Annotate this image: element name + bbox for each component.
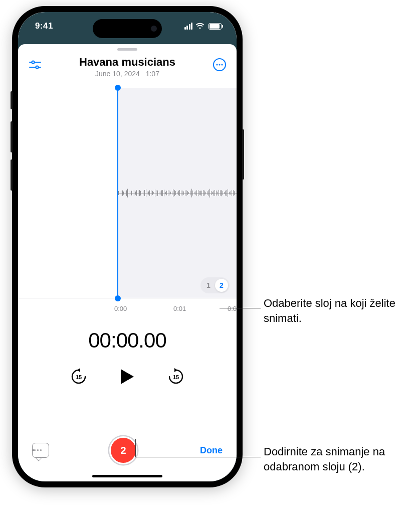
volume-up-button (11, 121, 13, 152)
playback-controls: 15 15 (18, 367, 237, 387)
sheet-grabber[interactable] (117, 48, 137, 51)
more-options-icon[interactable] (213, 58, 227, 72)
skip-back-15-button[interactable]: 15 (70, 368, 87, 385)
power-button (242, 129, 244, 180)
phone-screen: 9:41 (18, 12, 237, 481)
bottom-toolbar: 2 Done (18, 431, 237, 481)
sheet-background: Havana musicians June 10, 2024 1:07 (18, 40, 237, 481)
svg-point-7 (221, 64, 223, 65)
ruler-row (18, 298, 237, 314)
svg-point-5 (216, 64, 218, 65)
layer-option-2[interactable]: 2 (215, 279, 228, 292)
recording-date: June 10, 2024 (95, 70, 140, 78)
side-button (11, 91, 13, 109)
playback-timer: 00:00.00 (18, 328, 237, 353)
cellular-signal-icon (184, 23, 193, 30)
home-indicator[interactable] (92, 475, 162, 477)
callout-line (220, 308, 261, 308)
layer-option-1[interactable]: 1 (202, 279, 215, 292)
status-time: 9:41 (35, 21, 53, 31)
wifi-icon (195, 23, 204, 30)
recording-duration: 1:07 (146, 70, 159, 78)
recording-title[interactable]: Havana musicians (42, 56, 213, 69)
svg-text:15: 15 (173, 374, 179, 380)
settings-sliders-icon[interactable] (28, 58, 42, 72)
play-button[interactable] (117, 367, 137, 387)
svg-text:15: 15 (76, 374, 82, 380)
svg-point-6 (219, 64, 220, 65)
recording-subtitle: June 10, 2024 1:07 (42, 70, 213, 78)
record-layer-badge: 2 (120, 445, 126, 456)
svg-point-3 (36, 66, 38, 68)
transcript-button[interactable] (32, 443, 49, 458)
record-button[interactable]: 2 (109, 436, 137, 464)
waveform-audio (118, 188, 237, 199)
svg-point-1 (32, 61, 34, 63)
waveform-area[interactable]: 1 2 0:00 0:01 0:0 (18, 88, 237, 298)
playhead[interactable] (117, 88, 118, 298)
phone-frame: 9:41 (12, 6, 243, 487)
callout-record: Dodirnite za snimanje na odabranom sloju… (264, 444, 414, 474)
recording-sheet: Havana musicians June 10, 2024 1:07 (18, 44, 237, 481)
battery-icon (208, 23, 222, 30)
done-button[interactable]: Done (197, 445, 223, 456)
dynamic-island (93, 19, 162, 38)
header-row: Havana musicians June 10, 2024 1:07 (18, 54, 237, 81)
layer-selector[interactable]: 1 2 (200, 277, 230, 293)
callout-line (135, 457, 261, 457)
volume-down-button (11, 159, 13, 191)
callout-layers: Odaberite sloj na koji želite snimati. (264, 296, 409, 325)
skip-forward-15-button[interactable]: 15 (167, 368, 184, 385)
